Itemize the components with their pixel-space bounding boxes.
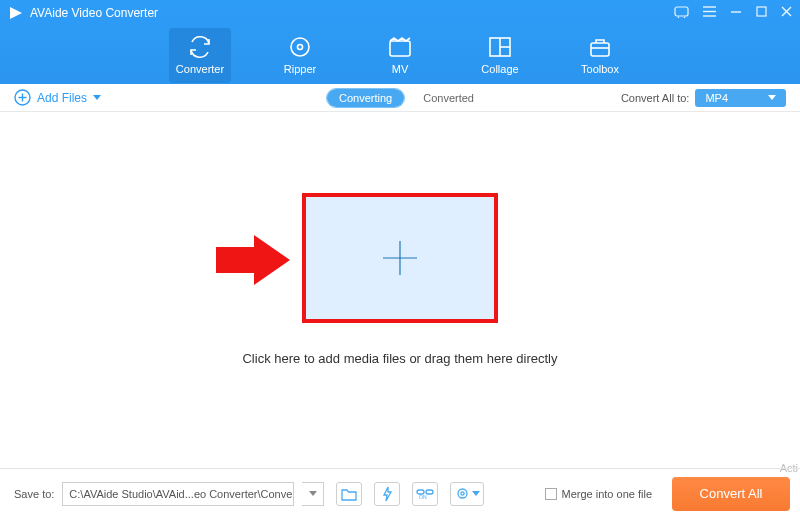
chevron-down-icon	[93, 95, 101, 100]
convert-all-label: Convert All to:	[621, 92, 689, 104]
ripper-icon	[269, 34, 331, 60]
drop-hint: Click here to add media files or drag th…	[242, 351, 557, 366]
add-files-label: Add Files	[37, 91, 87, 105]
toolbar: Add Files Converting Converted Convert A…	[0, 84, 800, 112]
save-to-label: Save to:	[14, 488, 54, 500]
merge-label: Merge into one file	[562, 488, 653, 500]
add-files-button[interactable]: Add Files	[14, 89, 101, 106]
svg-rect-1	[675, 7, 688, 16]
menu-icon[interactable]	[703, 6, 716, 20]
svg-rect-24	[426, 490, 433, 494]
main-area: Click here to add media files or drag th…	[0, 112, 800, 446]
status-tabs: Converting Converted	[326, 88, 474, 108]
nav-label: MV	[369, 63, 431, 75]
svg-rect-15	[591, 43, 609, 56]
svg-point-27	[461, 492, 464, 495]
svg-rect-11	[390, 41, 410, 56]
svg-marker-20	[216, 235, 290, 285]
high-speed-button[interactable]: ON	[412, 482, 438, 506]
save-path-field[interactable]: C:\AVAide Studio\AVAid...eo Converter\Co…	[62, 482, 294, 506]
nav-converter[interactable]: Converter	[169, 28, 231, 83]
svg-point-26	[458, 489, 467, 498]
svg-point-9	[291, 38, 309, 56]
collage-icon	[469, 34, 531, 60]
minimize-icon[interactable]	[730, 6, 742, 21]
svg-text:ON: ON	[419, 494, 427, 500]
app-header: AVAide Video Converter Converter	[0, 0, 800, 84]
save-path-dropdown[interactable]	[302, 482, 324, 506]
toolbox-icon	[569, 34, 631, 60]
chevron-down-icon	[472, 491, 480, 496]
tab-converting[interactable]: Converting	[327, 89, 404, 107]
nav-collage[interactable]: Collage	[469, 28, 531, 83]
footer: Save to: C:\AVAide Studio\AVAid...eo Con…	[0, 468, 800, 518]
converting-tab-pill: Converting	[326, 88, 405, 108]
chevron-down-icon	[768, 95, 776, 100]
nav-label: Collage	[469, 63, 531, 75]
main-nav: Converter Ripper MV Collage Toolbox	[0, 26, 800, 83]
nav-mv[interactable]: MV	[369, 28, 431, 83]
nav-ripper[interactable]: Ripper	[269, 28, 331, 83]
tab-converted[interactable]: Converted	[423, 92, 474, 104]
svg-point-10	[298, 45, 303, 50]
window-controls	[674, 6, 792, 21]
output-format-select[interactable]: MP4	[695, 89, 786, 107]
app-title: AVAide Video Converter	[30, 6, 158, 20]
svg-rect-6	[757, 7, 766, 16]
checkbox-icon	[545, 488, 557, 500]
format-value: MP4	[705, 92, 728, 104]
mv-icon	[369, 34, 431, 60]
settings-button[interactable]	[450, 482, 484, 506]
highlight-arrow-icon	[216, 235, 290, 288]
titlebar: AVAide Video Converter	[0, 0, 800, 26]
nav-label: Converter	[169, 63, 231, 75]
plus-icon	[377, 235, 423, 281]
open-folder-button[interactable]	[336, 482, 362, 506]
nav-toolbox[interactable]: Toolbox	[569, 28, 631, 83]
hw-accel-button[interactable]	[374, 482, 400, 506]
close-icon[interactable]	[781, 6, 792, 20]
chevron-down-icon	[309, 491, 317, 496]
nav-label: Toolbox	[569, 63, 631, 75]
svg-marker-0	[10, 7, 22, 19]
drop-wrapper	[302, 193, 498, 323]
convert-all-button[interactable]: Convert All	[672, 477, 790, 511]
drop-zone[interactable]	[302, 193, 498, 323]
convert-all-group: Convert All to: MP4	[621, 89, 786, 107]
maximize-icon[interactable]	[756, 6, 767, 20]
app-logo-icon	[8, 5, 24, 21]
feedback-icon[interactable]	[674, 6, 689, 21]
merge-one-file-checkbox[interactable]: Merge into one file	[545, 488, 653, 500]
nav-label: Ripper	[269, 63, 331, 75]
converter-icon	[169, 34, 231, 60]
